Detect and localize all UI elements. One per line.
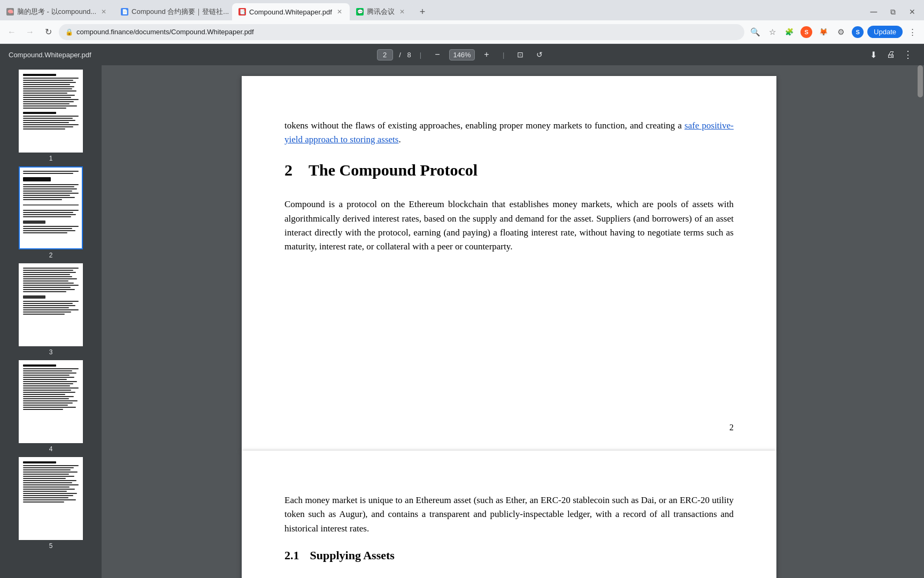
- subsection-2-1-heading: 2.1 Supplying Assets: [284, 546, 734, 565]
- thumb-2-num: 2: [49, 252, 53, 259]
- tab-1-favicon: 🧠: [6, 8, 14, 16]
- subsection-title: Supplying Assets: [310, 546, 395, 565]
- download-button[interactable]: ⬇: [866, 47, 881, 62]
- thumb-4-num: 4: [49, 445, 53, 453]
- reload-button[interactable]: ↻: [41, 25, 56, 40]
- pdf-page-3: Each money market is unique to an Ethere…: [242, 451, 776, 578]
- section-2-heading: 2 The Compound Protocol: [284, 158, 734, 183]
- bookmark-icon[interactable]: ☆: [765, 25, 780, 40]
- tab-2[interactable]: 📄 Compound 合约摘要｜登链社... ✕: [114, 3, 232, 20]
- fit-page-button[interactable]: ⊡: [513, 47, 528, 62]
- subsection-num: 2.1: [284, 546, 299, 565]
- tab-4-close[interactable]: ✕: [398, 7, 406, 16]
- lock-icon: 🔒: [65, 28, 73, 36]
- thumb-page-2: [19, 166, 83, 249]
- tab-2-favicon: 📄: [121, 8, 128, 16]
- browser-actions: 🔍 ☆ 🧩 S 🦊 ⚙ S Update ⋮: [748, 25, 920, 40]
- forward-button[interactable]: →: [22, 25, 37, 40]
- zoom-input[interactable]: [449, 49, 475, 60]
- restore-icon[interactable]: ⧉: [886, 4, 900, 19]
- sidebar-thumbnails: 1: [0, 65, 102, 578]
- tab-3-favicon: 📑: [238, 8, 246, 16]
- page2-body1: Compound is a protocol on the Ethereum b…: [284, 197, 734, 254]
- zoom-out-button[interactable]: −: [430, 47, 445, 62]
- page3-body1: Each money market is unique to an Ethere…: [284, 493, 734, 536]
- rotate-button[interactable]: ↺: [532, 47, 547, 62]
- total-pages: 8: [407, 51, 411, 59]
- tab-3[interactable]: 📑 Compound.Whitepaper.pdf ✕: [232, 3, 350, 20]
- avatar-icon[interactable]: S: [799, 25, 814, 40]
- main-area: 1: [0, 65, 924, 578]
- page3-body2: Unlike an exchange or peer-to-peer platf…: [284, 575, 734, 578]
- new-tab-button[interactable]: +: [415, 4, 430, 19]
- thumbnail-3[interactable]: 3: [19, 263, 83, 356]
- tab-4-favicon: 💬: [356, 8, 364, 16]
- thumbnail-2[interactable]: 2: [19, 166, 83, 259]
- profile-icon[interactable]: S: [850, 25, 865, 40]
- minimize-icon[interactable]: ─: [866, 4, 881, 19]
- section-num: 2: [284, 158, 292, 183]
- pdf-title: Compound.Whitepaper.pdf: [9, 51, 311, 59]
- tab-4-label: 腾讯会议: [367, 7, 395, 17]
- tab-3-label: Compound.Whitepaper.pdf: [249, 8, 332, 16]
- safe-yield-link[interactable]: safe positive-yield approach to storing …: [284, 120, 734, 144]
- pdf-nav-controls: / 8 | − + | ⊡ ↺: [311, 47, 613, 62]
- pdf-toolbar: Compound.Whitepaper.pdf / 8 | − + | ⊡ ↺ …: [0, 44, 924, 65]
- thumb-page-3: [19, 263, 83, 346]
- page2-number: 2: [729, 421, 734, 435]
- thumbnail-4[interactable]: 4: [19, 360, 83, 453]
- thumb-1-num: 1: [49, 155, 53, 162]
- page-scrollbar-area: [917, 65, 924, 578]
- extension2-icon[interactable]: 🦊: [816, 25, 831, 40]
- more-options-button[interactable]: ⋮: [900, 47, 915, 62]
- zoom-in-button[interactable]: +: [479, 47, 494, 62]
- section-title: The Compound Protocol: [309, 158, 478, 183]
- pdf-right-actions: ⬇ 🖨 ⋮: [613, 47, 915, 62]
- window-controls: ─ ⧉ ✕: [866, 4, 924, 19]
- thumbnail-1[interactable]: 1: [19, 70, 83, 162]
- print-button[interactable]: 🖨: [883, 47, 898, 62]
- url-text: compound.finance/documents/Compound.Whit…: [76, 28, 738, 36]
- pdf-area: tokens tokens without the flaws of exist…: [102, 65, 917, 578]
- tab-bar: 🧠 脑的思考 - 以compound... ✕ 📄 Compound 合约摘要｜…: [0, 0, 924, 20]
- settings-icon[interactable]: ⚙: [833, 25, 848, 40]
- update-button[interactable]: Update: [867, 26, 903, 38]
- tab-1-label: 脑的思考 - 以compound...: [17, 7, 96, 17]
- tab-3-close[interactable]: ✕: [335, 7, 344, 16]
- page-number-input[interactable]: [377, 49, 393, 60]
- tab-1[interactable]: 🧠 脑的思考 - 以compound... ✕: [0, 3, 114, 20]
- thumb-page-5: [19, 457, 83, 540]
- close-window-icon[interactable]: ✕: [905, 4, 920, 19]
- scrollbar-thumb[interactable]: [918, 65, 923, 97]
- tab-4[interactable]: 💬 腾讯会议 ✕: [350, 3, 413, 20]
- thumb-3-num: 3: [49, 348, 53, 356]
- tab-1-close[interactable]: ✕: [99, 7, 108, 16]
- address-bar[interactable]: 🔒 compound.finance/documents/Compound.Wh…: [59, 24, 744, 40]
- thumbnail-5[interactable]: 5: [19, 457, 83, 550]
- thumb-5-num: 5: [49, 542, 53, 550]
- back-button[interactable]: ←: [4, 25, 19, 40]
- page2-top-text: tokens tokens without the flaws of exist…: [284, 119, 734, 147]
- thumb-page-4: [19, 360, 83, 443]
- page-separator: /: [397, 51, 403, 59]
- search-icon[interactable]: 🔍: [748, 25, 763, 40]
- extension-icon[interactable]: 🧩: [782, 25, 797, 40]
- thumb-page-1: [19, 70, 83, 153]
- more-icon[interactable]: ⋮: [905, 25, 920, 40]
- address-bar-row: ← → ↻ 🔒 compound.finance/documents/Compo…: [0, 20, 924, 44]
- pdf-page-2: tokens tokens without the flaws of exist…: [242, 76, 776, 451]
- tab-2-label: Compound 合约摘要｜登链社...: [132, 7, 229, 17]
